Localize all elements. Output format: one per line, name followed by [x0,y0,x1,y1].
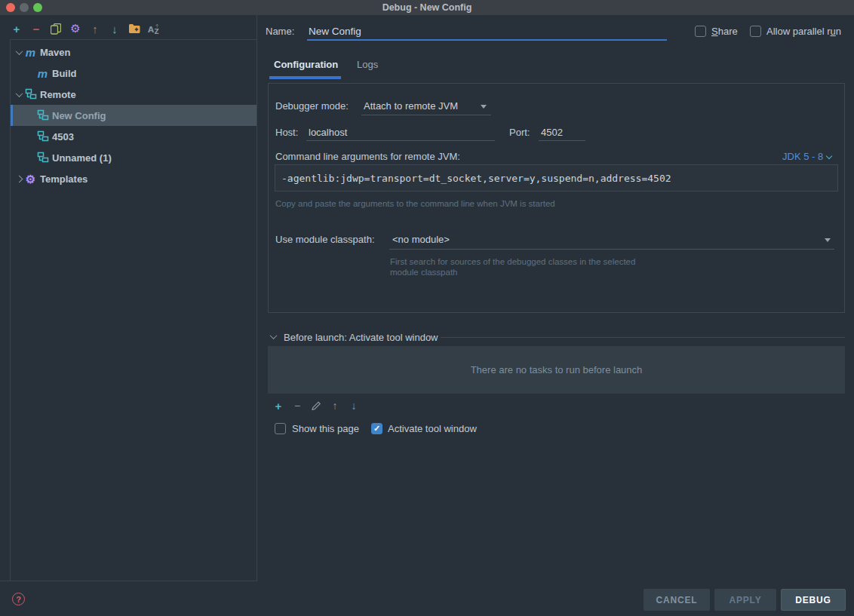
jdk-version-dropdown[interactable]: JDK 5 - 8 [782,151,831,162]
before-launch-title: Before launch: Activate tool window [284,332,438,343]
apply-button[interactable]: APPLY [714,589,776,611]
tab-logs[interactable]: Logs [357,59,378,70]
tree-item-label: Remote [40,89,76,100]
active-tab-underline [269,76,341,79]
module-classpath-underline [389,249,834,250]
tree-item-label: Templates [40,173,88,185]
before-launch-divider [441,337,845,338]
module-classpath-label: Use module classpath: [275,234,375,245]
chevron-down-icon [826,153,832,159]
svg-text:Z: Z [154,27,158,34]
tree-item-label: 4503 [52,131,74,143]
tree-item-maven[interactable]: m Maven [11,41,257,63]
chevron-down-icon[interactable] [825,238,831,242]
empty-tasks-text: There are no tasks to run before launch [471,364,643,375]
debugger-mode-dropdown[interactable]: Attach to remote JVM [364,100,458,112]
remote-debug-icon [24,88,37,100]
zoom-window-icon[interactable] [33,3,42,12]
window-title: Debug - New Config [382,2,472,13]
show-this-page-checkbox[interactable] [275,423,286,434]
share-label: Share [711,26,738,37]
module-classpath-dropdown[interactable]: <no module> [392,234,450,245]
edit-task-icon[interactable] [310,399,322,412]
port-label: Port: [509,127,530,138]
remote-debug-icon [36,109,49,121]
tree-item-label: Build [52,68,77,79]
tree-item-4503[interactable]: 4503 [11,126,257,147]
maven-icon: m [24,47,37,58]
tree-item-remote[interactable]: Remote [11,84,257,105]
tree-item-label: New Config [52,110,106,121]
activate-tool-window-checkbox[interactable]: ✓ [371,423,382,434]
add-task-icon[interactable]: + [272,399,284,412]
title-bar: Debug - New Config [0,0,854,15]
tree-item-label: Unnamed (1) [52,152,112,164]
name-input[interactable] [307,23,667,41]
move-down-icon[interactable]: ↓ [109,22,121,35]
sidebar-toolbar: + − ⚙ ↑ ↓ AZ [11,22,160,35]
move-up-icon[interactable]: ↑ [89,22,101,35]
close-window-icon[interactable] [6,3,15,12]
help-icon[interactable]: ? [12,593,25,605]
chevron-right-icon[interactable] [14,176,24,182]
chevron-down-icon[interactable] [14,92,24,97]
chevron-down-icon[interactable] [14,50,24,55]
remove-configuration-icon[interactable]: − [30,22,42,35]
tree-item-label: Maven [40,47,70,58]
minimize-window-icon[interactable] [20,3,29,12]
maven-icon: m [36,68,49,79]
edit-templates-icon[interactable]: ⚙ [69,22,81,35]
show-this-page-label: Show this page [292,423,359,434]
configurations-tree: m Maven m Build Remote New Config [10,39,257,581]
before-launch-toolbar: + − ↑ ↓ [272,399,360,412]
allow-parallel-run-checkbox[interactable] [750,26,761,37]
name-label: Name: [266,26,294,37]
debug-button[interactable]: DEBUG [781,589,846,611]
port-input[interactable] [539,124,585,141]
copy-configuration-icon[interactable] [50,22,62,35]
classpath-hint-line2: module classpath [390,268,458,277]
before-launch-task-list: There are no tasks to run before launch [268,346,845,394]
move-task-up-icon[interactable]: ↑ [329,399,341,412]
host-label: Host: [275,127,298,138]
add-configuration-icon[interactable]: + [11,22,23,35]
allow-parallel-run-label: Allow parallel run [766,26,841,37]
sort-alphabetically-icon[interactable]: AZ [148,22,160,35]
svg-text:A: A [148,24,154,33]
cancel-button[interactable]: CANCEL [644,589,710,611]
configurations-sidebar: + − ⚙ ↑ ↓ AZ m Maven m Build [0,15,257,581]
templates-gear-icon: ⚙ [24,173,37,185]
tree-item-templates[interactable]: ⚙ Templates [11,168,257,189]
cmdline-args-label: Command line arguments for remote JVM: [275,151,460,162]
debugger-mode-underline [361,115,491,115]
move-task-down-icon[interactable]: ↓ [348,399,360,412]
host-input[interactable] [306,124,495,141]
remote-debug-icon [36,130,49,143]
remove-task-icon[interactable]: − [291,399,303,412]
cmdline-args-field[interactable] [275,164,838,192]
tree-item-new-config[interactable]: New Config [11,105,257,126]
debug-config-dialog: Debug - New Config + − ⚙ ↑ ↓ AZ m Maven [0,0,854,616]
chevron-down-icon[interactable] [481,105,487,109]
share-checkbox[interactable] [695,26,706,37]
before-launch-collapse-icon[interactable] [270,332,278,339]
tab-configuration[interactable]: Configuration [274,59,338,70]
new-folder-icon[interactable] [128,22,140,35]
cmdline-hint: Copy and paste the arguments to the comm… [275,199,555,208]
tree-item-build[interactable]: m Build [11,63,257,84]
activate-tool-window-label: Activate tool window [388,423,477,434]
configuration-panel [268,83,845,313]
debugger-mode-label: Debugger mode: [275,100,349,112]
remote-debug-icon [36,152,49,164]
tree-item-unnamed[interactable]: Unnamed (1) [11,147,257,168]
classpath-hint-line1: First search for sources of the debugged… [390,257,635,266]
